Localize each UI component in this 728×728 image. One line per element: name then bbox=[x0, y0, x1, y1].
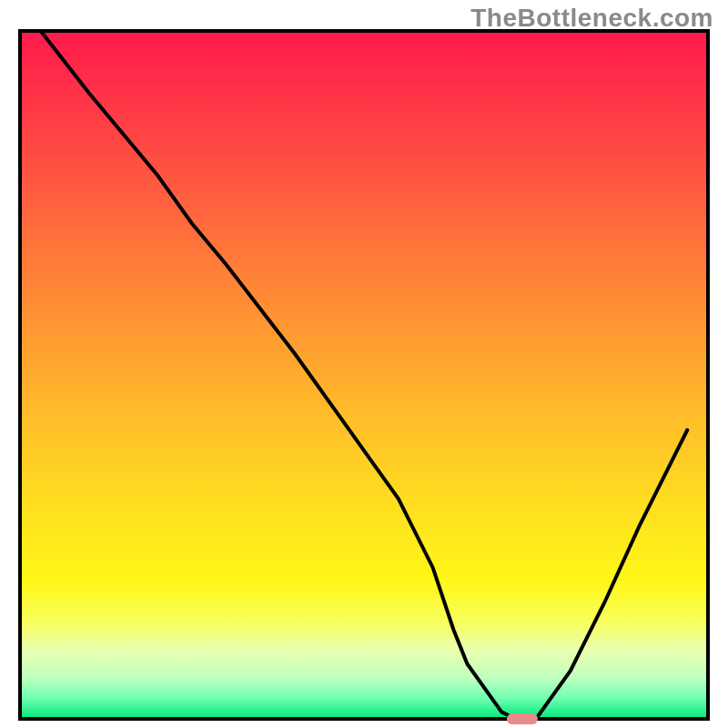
bottleneck-chart bbox=[0, 0, 728, 728]
minimum-marker bbox=[507, 713, 538, 724]
chart-container: TheBottleneck.com bbox=[0, 0, 728, 728]
